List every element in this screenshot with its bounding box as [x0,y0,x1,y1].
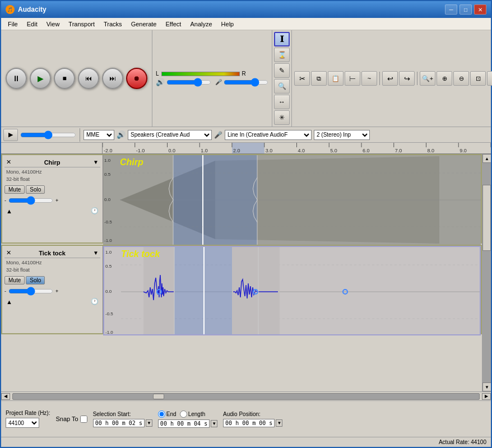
end-radio-option[interactable]: End [158,410,177,418]
track-ticktock-mute[interactable]: Mute [4,276,25,284]
track-ticktock-time-icon[interactable]: 🕐 [91,298,99,305]
track-chirp-collapse[interactable]: ▲ [6,208,12,214]
app-icon: 🎵 [6,5,15,14]
zoom-sel-button[interactable]: ⊟ [487,71,492,86]
track-ticktock-dropdown[interactable]: ▼ [93,250,99,256]
vscroll-thumb[interactable] [482,185,491,251]
svg-text:4.0: 4.0 [298,148,305,153]
audio-position-label: Audio Position: [223,411,282,417]
track-ticktock-waveform: 1.0 0.5 0.0 -0.5 -1.0 Tick tock [103,246,481,335]
menu-effect[interactable]: Effect [161,20,186,29]
track-chirp-info: Mono, 44100Hz 32-bit float [4,167,100,184]
snap-to-checkbox[interactable] [80,416,87,423]
play-button[interactable]: ▶ [30,68,51,89]
zoom-in-button[interactable]: 🔍+ [420,71,435,86]
minimize-button[interactable]: ─ [445,4,457,15]
undo-button[interactable]: ↩ [382,71,398,86]
start-time-dropdown[interactable]: ▼ [146,419,152,427]
input-volume-slider[interactable] [224,79,268,86]
menu-analyze[interactable]: Analyze [185,20,216,29]
output-volume-meter [161,72,240,76]
cut-button[interactable]: ✂ [294,71,310,86]
clip2 [232,247,280,334]
hscroll-thumb[interactable] [153,394,164,399]
track-ticktock-gain-slider[interactable] [8,287,53,296]
project-rate-control: 44100 [6,418,50,428]
hscroll-right[interactable]: ▶ [482,393,491,400]
track-ticktock-collapse[interactable]: ▲ [6,298,12,305]
menu-help[interactable]: Help [217,20,239,29]
audio-pos-dropdown[interactable]: ▼ [276,419,282,427]
hscroll-left[interactable]: ◀ [1,393,10,400]
zoom-out-button[interactable]: ⊖ [453,71,469,86]
end-time-input: 00 h 00 m 04 s ▼ [158,419,217,428]
zoom-fit-button[interactable]: ⊡ [470,71,486,86]
silence-button[interactable]: ~ [361,71,377,86]
length-radio[interactable] [180,410,187,418]
track-chirp-solo[interactable]: Solo [26,185,45,194]
timeshift-tool-button[interactable]: ↔ [274,95,290,109]
input-device-select[interactable]: Line In (Creative AudioF [225,130,312,140]
volume-icon: 🔊 [156,78,165,86]
project-rate-select[interactable]: 44100 [6,418,39,428]
play-at-speed-button[interactable]: ▶ [3,129,18,141]
app-window: 🎵 Audacity ─ □ ✕ File Edit View Transpor… [0,0,492,448]
envelope-tool-button[interactable]: ⌛ [274,48,290,62]
output-volume-slider[interactable] [166,79,211,86]
mixer-toolbar: L R 🔊 🎤 [152,30,272,127]
track-chirp: ✕ Chirp ▼ Mono, 44100Hz 32-bit float Mut… [1,154,482,244]
svg-text:9.0: 9.0 [459,148,467,153]
menu-transport[interactable]: Transport [64,20,99,29]
menu-file[interactable]: File [3,20,22,29]
track-ticktock-buttons: Mute Solo [4,276,100,284]
channel-select[interactable]: 2 (Stereo) Inp [314,130,370,140]
paste-button[interactable]: 📋 [328,71,344,86]
menu-view[interactable]: View [42,20,64,29]
end-time-dropdown[interactable]: ▼ [211,420,217,427]
maximize-button[interactable]: □ [459,4,472,15]
svg-text:3.0: 3.0 [266,148,273,153]
skip-start-button[interactable]: ⏮ [78,68,99,89]
trim-button[interactable]: ⊢ [345,71,360,86]
skip-end-button[interactable]: ⏭ [102,68,123,89]
length-label: Length [188,411,206,417]
audio-position-field: Audio Position: 00 h 00 m 00 s ▼ [223,411,282,427]
multi-tool-button[interactable]: ✳ [274,110,290,125]
gain-plus-label2: + [55,288,58,294]
stop-button[interactable]: ■ [54,68,75,89]
vscroll-up[interactable]: ▲ [482,154,491,163]
audio-host-select[interactable]: MME [83,130,114,140]
menu-generate[interactable]: Generate [127,20,161,29]
hscroll-track [12,393,480,400]
selection-tool-button[interactable]: 𝐈 [274,32,290,46]
track-chirp-dropdown[interactable]: ▼ [93,159,99,165]
y-label2--1.0: -1.0 [105,330,113,335]
menu-edit[interactable]: Edit [22,20,42,29]
track-chirp-close[interactable]: ✕ [6,158,11,166]
svg-text:2.0: 2.0 [233,148,240,153]
end-radio[interactable] [158,410,165,418]
track-ticktock-close[interactable]: ✕ [6,249,11,256]
record-button[interactable]: ⏺ [126,68,147,89]
play-speed-slider[interactable] [20,132,76,138]
track-chirp-mute[interactable]: Mute [4,185,25,194]
output-device-icon: 🔊 [117,130,126,139]
zoom-normal-button[interactable]: ⊕ [437,71,452,86]
zoom-tool-button[interactable]: 🔍 [274,79,290,94]
bottom-bar: Project Rate (Hz): 44100 Snap To Selecti… [1,400,491,437]
menu-tracks[interactable]: Tracks [99,20,127,29]
copy-button[interactable]: ⧉ [311,71,327,86]
track-chirp-gain-slider[interactable] [8,196,53,205]
vscroll-down[interactable]: ▼ [482,382,491,391]
redo-button[interactable]: ↪ [399,71,415,86]
ticktock-waveform-svg [104,247,480,334]
track-chirp-gain: - + [4,196,100,205]
track-ticktock-bottom-controls: ▲ 🕐 [4,298,100,305]
length-radio-option[interactable]: Length [180,410,206,418]
track-chirp-time-icon[interactable]: 🕐 [91,207,99,214]
close-button[interactable]: ✕ [474,4,486,15]
draw-tool-button[interactable]: ✎ [274,63,290,78]
output-device-select[interactable]: Speakers (Creative Aud [128,130,212,140]
pause-button[interactable]: ⏸ [6,68,27,89]
track-ticktock-solo[interactable]: Solo [26,276,45,284]
